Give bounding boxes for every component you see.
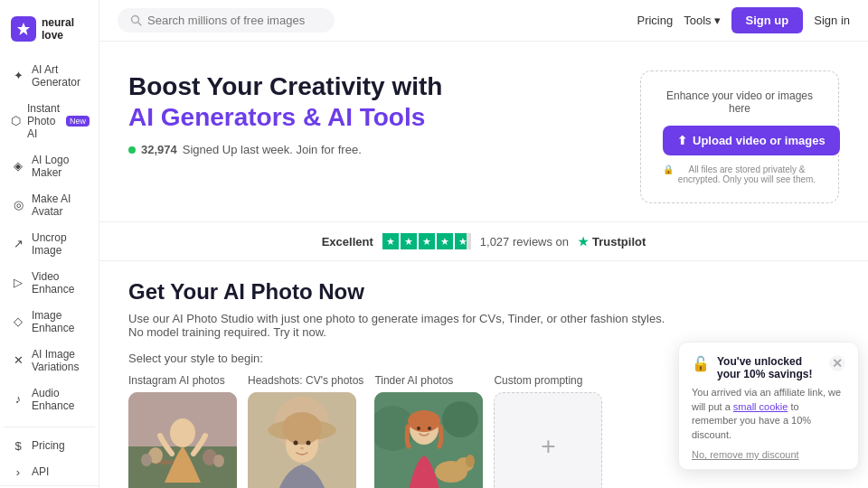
trustpilot-logo-star: ★ <box>578 235 589 249</box>
photo-section-desc: Use our AI Photo Studio with just one ph… <box>128 312 671 339</box>
signup-button[interactable]: Sign up <box>731 7 804 33</box>
sidebar-item-video-enhance[interactable]: ▷ Video Enhance <box>4 264 95 302</box>
sidebar-item-label: Uncrop Image <box>32 231 88 257</box>
svg-point-17 <box>300 447 304 450</box>
photo-img-instagram[interactable] <box>128 392 237 488</box>
trustpilot-bar: Excellent ★ ★ ★ ★ ★ 1,027 reviews on ★ T… <box>99 221 868 261</box>
uncrop-icon: ↗ <box>11 237 25 250</box>
photo-card-headshots-label: Headshots: CV's photos <box>248 374 363 387</box>
sidebar-item-api[interactable]: › API <box>4 459 95 485</box>
hero-title-line2: AI Generators & AI Tools <box>128 103 442 132</box>
sidebar-item-label: Video Enhance <box>32 270 88 296</box>
photo-section-title: Get Your AI Photo Now <box>128 279 839 305</box>
popup-dismiss-link[interactable]: No, remove my discount <box>692 449 845 460</box>
popup-body: You arrived via an affiliate link, we wi… <box>692 386 845 442</box>
sidebar-item-pricing[interactable]: $ Pricing <box>4 433 95 459</box>
photo-card-tinder[interactable]: Tinder AI photos <box>374 374 483 488</box>
tinder-photo-svg <box>374 392 483 488</box>
upload-btn-label: Upload video or images <box>693 134 826 147</box>
sidebar-item-make-avatar[interactable]: ◎ Make AI Avatar <box>4 186 95 224</box>
sidebar-item-ai-art[interactable]: ✦ AI Art Generator <box>4 57 95 95</box>
signup-count: 32,974 <box>141 143 177 156</box>
hero-upload-box: Enhance your video or images here ⬆ Uplo… <box>640 70 839 203</box>
sidebar-item-label: Pricing <box>32 439 88 452</box>
logo-icon <box>11 16 36 42</box>
lock-icon: 🔒 <box>663 164 674 174</box>
tp-star-2: ★ <box>401 233 417 249</box>
photo-img-custom[interactable]: + <box>494 392 602 488</box>
privacy-note: 🔒 All files are stored privately & encry… <box>663 164 816 184</box>
sidebar-item-ai-logo[interactable]: ◈ AI Logo Maker <box>4 147 95 185</box>
trustpilot-platform: Trustpilot <box>592 235 646 249</box>
pricing-link[interactable]: Pricing <box>637 14 673 27</box>
photo-card-tinder-label: Tinder AI photos <box>374 374 483 387</box>
popup-close-button[interactable]: ✕ <box>829 355 845 371</box>
tp-star-3: ★ <box>419 233 435 249</box>
make-avatar-icon: ◎ <box>11 198 25 211</box>
sidebar-item-instant-photo[interactable]: ⬡ Instant Photo AI New <box>4 96 95 146</box>
image-variations-icon: ✕ <box>11 353 25 367</box>
privacy-text: All files are stored privately & encrypt… <box>677 164 816 184</box>
sidebar-item-label: Make AI Avatar <box>32 192 88 218</box>
photo-card-custom-label: Custom prompting <box>494 374 602 387</box>
upload-button[interactable]: ⬆ Upload video or images <box>663 126 840 155</box>
sidebar-item-label: API <box>32 465 88 478</box>
sidebar-item-image-enhance[interactable]: ◇ Image Enhance <box>4 303 95 341</box>
signin-link[interactable]: Sign in <box>814 14 850 27</box>
pricing-icon: $ <box>11 439 25 453</box>
hero-subtitle: 32,974 Signed Up last week. Join for fre… <box>128 143 442 156</box>
ai-art-icon: ✦ <box>11 69 25 82</box>
sidebar: neurallove ✦ AI Art Generator ⬡ Instant … <box>0 0 99 488</box>
ai-logo-icon: ◈ <box>11 159 25 173</box>
tools-button[interactable]: Tools ▾ <box>684 14 720 27</box>
popup-title: You've unlocked your 10% savings! <box>717 355 822 380</box>
instant-photo-icon: ⬡ <box>11 114 21 127</box>
sidebar-item-image-variations[interactable]: ✕ AI Image Variations <box>4 342 95 380</box>
trustpilot-logo: ★ Trustpilot <box>578 235 646 249</box>
svg-line-1 <box>138 23 142 26</box>
sidebar-item-audio-enhance[interactable]: ♪ Audio Enhance <box>4 380 95 418</box>
svg-point-16 <box>307 441 311 446</box>
photo-card-custom[interactable]: Custom prompting + <box>494 374 602 488</box>
sidebar-item-label: AI Art Generator <box>32 63 88 89</box>
search-bar[interactable] <box>118 8 335 33</box>
photo-card-headshots[interactable]: Headshots: CV's photos <box>248 374 363 488</box>
hero-section: Boost Your Creativity with AI Generators… <box>99 42 868 221</box>
photo-img-headshots[interactable] <box>248 392 356 488</box>
api-icon: › <box>11 465 25 479</box>
video-enhance-icon: ▷ <box>11 276 25 289</box>
popup-cookie-link[interactable]: small cookie <box>733 401 788 412</box>
hero-left: Boost Your Creativity with AI Generators… <box>128 70 442 156</box>
trustpilot-label: Excellent <box>322 235 373 249</box>
signup-text: Signed Up last week. Join for free. <box>183 143 362 156</box>
photo-img-tinder[interactable] <box>374 392 483 488</box>
tp-star-1: ★ <box>382 233 399 249</box>
upload-box-title: Enhance your video or images here <box>663 89 816 115</box>
svg-point-26 <box>417 427 420 430</box>
plus-icon: + <box>541 432 555 461</box>
sidebar-item-label: Image Enhance <box>32 309 88 334</box>
new-badge: New <box>66 116 90 127</box>
photo-card-instagram[interactable]: Instagram AI photos <box>128 374 237 488</box>
popup-savings-icon: 🔓 <box>692 355 710 372</box>
photo-card-instagram-label: Instagram AI photos <box>128 374 237 387</box>
search-input[interactable] <box>147 14 319 27</box>
search-icon <box>130 14 142 26</box>
sidebar-item-label: Audio Enhance <box>32 387 88 412</box>
sidebar-item-uncrop[interactable]: ↗ Uncrop Image <box>4 225 95 263</box>
sidebar-logo-text: neurallove <box>42 16 74 42</box>
trustpilot-stars: ★ ★ ★ ★ ★ <box>382 233 471 249</box>
svg-point-27 <box>428 427 431 430</box>
audio-enhance-icon: ♪ <box>11 392 25 406</box>
tp-star-half: ★ <box>455 233 471 249</box>
svg-point-14 <box>282 412 322 445</box>
header: Pricing Tools ▾ Sign up Sign in <box>99 0 868 42</box>
upload-icon: ⬆ <box>677 134 687 147</box>
sidebar-item-label: AI Logo Maker <box>32 154 88 179</box>
image-enhance-icon: ◇ <box>11 314 25 328</box>
svg-point-25 <box>408 410 440 432</box>
svg-point-4 <box>170 418 195 447</box>
svg-point-20 <box>442 401 478 437</box>
discount-popup: 🔓 You've unlocked your 10% savings! ✕ Yo… <box>678 342 859 470</box>
tp-star-4: ★ <box>437 233 453 249</box>
